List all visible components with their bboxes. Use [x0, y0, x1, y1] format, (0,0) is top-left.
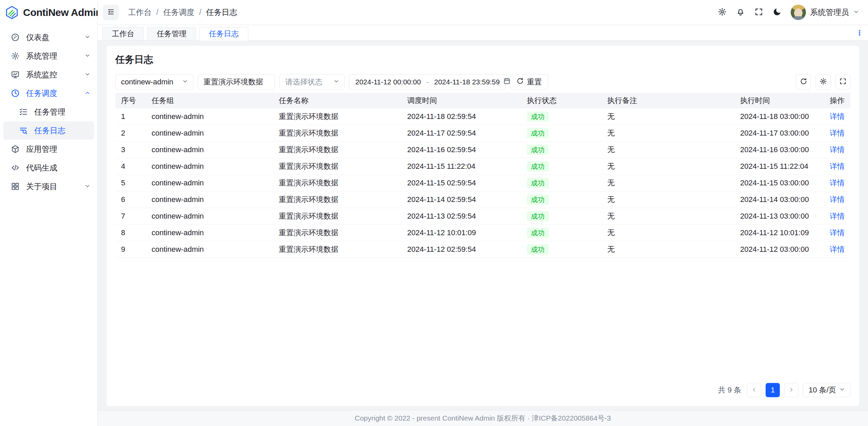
detail-link[interactable]: 详情	[830, 162, 845, 170]
sidebar: ContiNew Admin 仪表盘 系统管理	[0, 0, 98, 426]
page-size-select[interactable]: 10 条/页	[803, 383, 850, 397]
cell-schedule-time: 2024-11-12 02:59:54	[401, 245, 521, 254]
chevron-down-icon	[182, 78, 188, 86]
username: 系统管理员	[810, 7, 849, 18]
column-header-group: 任务组	[146, 96, 273, 106]
table-header-row: 序号 任务组 任务名称 调度时间 执行状态 执行备注 执行时间 操作	[115, 93, 850, 108]
sidebar-item-system-monitor[interactable]: 系统监控	[3, 65, 94, 84]
chevron-down-icon	[84, 182, 91, 191]
status-badge: 成功	[527, 244, 549, 255]
sidebar-item-dashboard[interactable]: 仪表盘	[3, 28, 94, 46]
table-row: 9 continew-admin 重置演示环境数据 2024-11-12 02:…	[115, 241, 850, 258]
detail-link[interactable]: 详情	[830, 212, 845, 220]
tab-label: 工作台	[112, 29, 134, 39]
pagination-page-1[interactable]: 1	[766, 383, 780, 397]
tab-task-log[interactable]: 任务日志	[199, 27, 248, 41]
breadcrumb-item-workbench[interactable]: 工作台	[128, 7, 152, 18]
table-fullscreen-button[interactable]	[835, 74, 850, 89]
detail-link[interactable]: 详情	[830, 245, 845, 253]
app-root: ContiNew Admin 仪表盘 系统管理	[0, 0, 868, 426]
tab-label: 任务日志	[209, 29, 239, 39]
refresh-icon	[516, 77, 524, 87]
status-select[interactable]: 请选择状态	[279, 74, 344, 89]
cell-status: 成功	[521, 211, 601, 221]
tab-more-button[interactable]	[856, 29, 863, 38]
cell-task-name: 重置演示环境数据	[273, 195, 401, 205]
collapse-sidebar-button[interactable]	[103, 5, 119, 20]
detail-link[interactable]: 详情	[830, 195, 845, 204]
table-refresh-button[interactable]	[796, 74, 811, 89]
detail-link[interactable]: 详情	[830, 228, 845, 237]
cell-actions: 详情	[824, 128, 850, 138]
detail-link[interactable]: 详情	[830, 112, 845, 121]
date-range-picker[interactable]: 2024-11-12 00:00:00 - 2024-11-18 23:59:5…	[349, 74, 506, 89]
cell-task-name: 重置演示环境数据	[273, 111, 401, 122]
chevron-down-icon	[333, 78, 339, 86]
detail-link[interactable]: 详情	[830, 145, 845, 154]
cell-task-group: continew-admin	[146, 129, 273, 138]
cell-index: 9	[115, 245, 146, 254]
cell-index: 2	[115, 129, 146, 138]
sidebar-item-app-management[interactable]: 应用管理	[3, 140, 94, 158]
fullscreen-button[interactable]	[751, 5, 766, 20]
table-row: 3 continew-admin 重置演示环境数据 2024-11-16 02:…	[115, 142, 850, 158]
reset-button[interactable]: 重置	[510, 74, 548, 89]
user-menu[interactable]: 系统管理员	[791, 5, 859, 20]
pagination: 共 9 条 1 10 条/页	[115, 378, 850, 397]
more-vertical-icon	[856, 29, 863, 38]
table-row: 5 continew-admin 重置演示环境数据 2024-11-15 02:…	[115, 175, 850, 191]
cell-actions: 详情	[824, 145, 850, 155]
notifications-button[interactable]	[733, 5, 748, 20]
cell-schedule-time: 2024-11-16 02:59:54	[401, 145, 521, 154]
table-row: 1 continew-admin 重置演示环境数据 2024-11-18 02:…	[115, 108, 850, 125]
sidebar-item-task-scheduling[interactable]: 任务调度	[3, 84, 94, 102]
pagination-prev-button[interactable]	[747, 383, 761, 397]
logo[interactable]: ContiNew Admin	[0, 0, 97, 25]
cell-remark: 无	[601, 178, 734, 188]
cell-schedule-time: 2024-11-12 10:01:09	[401, 228, 521, 237]
menu-fold-icon	[107, 8, 115, 17]
clock-icon	[11, 89, 20, 98]
cell-index: 1	[115, 112, 146, 121]
search-list-icon	[19, 126, 28, 135]
detail-link[interactable]: 详情	[830, 179, 845, 187]
tab-workbench[interactable]: 工作台	[102, 27, 144, 41]
sidebar-item-code-generation[interactable]: 代码生成	[3, 159, 94, 177]
sidebar-item-system-management[interactable]: 系统管理	[3, 47, 94, 65]
cell-task-group: continew-admin	[146, 228, 273, 237]
pagination-next-button[interactable]	[784, 383, 798, 397]
monitor-icon	[11, 70, 20, 79]
cell-remark: 无	[601, 128, 734, 138]
sidebar-item-task-management[interactable]: 任务管理	[3, 103, 94, 121]
breadcrumb-item-task-scheduling[interactable]: 任务调度	[163, 7, 194, 18]
copyright-text: Copyright © 2022 - present ContiNew Admi…	[355, 413, 611, 423]
gear-icon	[11, 52, 20, 60]
dark-mode-moon-icon	[773, 7, 782, 17]
cell-remark: 无	[601, 161, 734, 171]
page-size-value: 10 条/页	[809, 385, 836, 395]
dark-mode-button[interactable]	[770, 5, 785, 20]
table-settings-button[interactable]	[815, 74, 831, 89]
task-name-input[interactable]	[198, 74, 275, 89]
tab-task-management[interactable]: 任务管理	[147, 27, 196, 41]
cell-status: 成功	[521, 244, 601, 255]
cell-exec-time: 2024-11-17 03:00:00	[734, 129, 824, 138]
sidebar-item-label: 代码生成	[26, 163, 91, 173]
status-badge: 成功	[527, 145, 549, 155]
cell-schedule-time: 2024-11-15 02:59:54	[401, 179, 521, 187]
cell-actions: 详情	[824, 244, 850, 255]
cell-task-group: continew-admin	[146, 145, 273, 154]
sidebar-item-about-project[interactable]: 关于项目	[3, 177, 94, 196]
cell-remark: 无	[601, 228, 734, 238]
sidebar-item-task-log[interactable]: 任务日志	[3, 121, 94, 140]
cell-exec-time: 2024-11-12 03:00:00	[734, 245, 824, 254]
cell-index: 3	[115, 145, 146, 154]
task-group-select[interactable]: continew-admin	[115, 74, 193, 89]
detail-link[interactable]: 详情	[830, 129, 845, 137]
task-log-card: 任务日志 continew-admin 请选择状态 2024-11-12 00:…	[106, 46, 859, 406]
settings-button[interactable]	[715, 5, 730, 20]
cell-status: 成功	[521, 145, 601, 155]
cell-task-group: continew-admin	[146, 245, 273, 254]
cell-task-name: 重置演示环境数据	[273, 128, 401, 138]
cell-status: 成功	[521, 195, 601, 205]
